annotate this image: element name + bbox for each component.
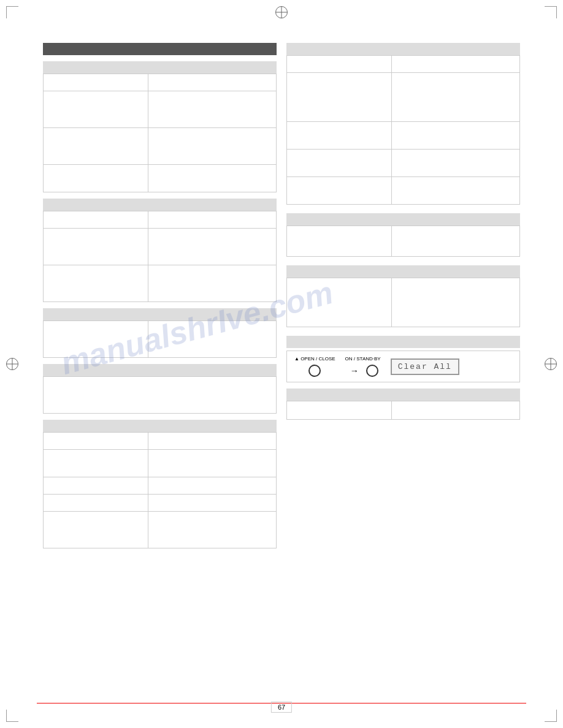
table-cell xyxy=(392,122,520,150)
table-cell xyxy=(44,495,148,512)
left-column xyxy=(43,43,277,555)
rsection1-table xyxy=(286,55,520,205)
section3-header xyxy=(43,308,277,320)
table-row xyxy=(44,211,277,229)
table-cell xyxy=(392,226,520,257)
open-close-label: ▲ OPEN / CLOSE xyxy=(294,356,335,362)
on-standby-label: ON / STAND·BY xyxy=(345,356,381,362)
rsection5-table xyxy=(286,401,520,420)
table-row xyxy=(287,401,520,420)
table-cell xyxy=(44,477,148,495)
table-cell xyxy=(148,211,277,229)
table-cell xyxy=(44,229,148,265)
table-cell xyxy=(44,433,148,450)
rsection2-table xyxy=(286,226,520,257)
table-cell xyxy=(44,265,148,302)
table-cell xyxy=(44,128,148,165)
table-cell xyxy=(148,128,277,165)
table-cell xyxy=(287,56,392,73)
table-cell xyxy=(287,122,392,150)
table-cell xyxy=(44,512,148,548)
table-row xyxy=(44,321,277,358)
table-row xyxy=(44,128,277,165)
table-cell xyxy=(392,56,520,73)
table-cell xyxy=(44,165,148,192)
table-cell xyxy=(44,211,148,229)
section5-header xyxy=(43,420,277,432)
corner-mark-tl xyxy=(6,6,18,18)
table-row xyxy=(287,73,520,122)
table-cell xyxy=(392,150,520,177)
table-row xyxy=(44,450,277,477)
table-cell xyxy=(392,73,520,122)
section4-header xyxy=(43,364,277,376)
table-cell xyxy=(392,177,520,205)
table-cell xyxy=(148,433,277,450)
table-cell xyxy=(287,150,392,177)
table-row xyxy=(44,433,277,450)
table-row xyxy=(287,150,520,177)
section3-table xyxy=(43,320,277,358)
section4-table xyxy=(43,376,277,414)
clear-all-diagram: ▲ OPEN / CLOSE ON / STAND·BY → Clear All xyxy=(286,351,520,382)
table-cell xyxy=(148,91,277,128)
open-close-group: ▲ OPEN / CLOSE xyxy=(294,356,335,377)
table-cell xyxy=(392,278,520,327)
table-cell xyxy=(148,450,277,477)
table-cell xyxy=(44,450,148,477)
table-cell xyxy=(148,265,277,302)
main-layout: ▲ OPEN / CLOSE ON / STAND·BY → Clear All xyxy=(6,43,557,555)
clear-all-display: Clear All xyxy=(391,358,459,375)
table-cell xyxy=(148,74,277,91)
table-cell xyxy=(287,278,392,327)
on-standby-button-icon xyxy=(366,365,378,377)
section1-header xyxy=(43,61,277,74)
table-cell xyxy=(44,74,148,91)
table-cell xyxy=(287,401,392,420)
table-cell xyxy=(44,377,277,414)
corner-mark-br xyxy=(545,710,557,722)
table-row xyxy=(44,165,277,192)
table-cell xyxy=(148,165,277,192)
table-cell xyxy=(44,321,148,358)
section2-table xyxy=(43,211,277,302)
table-row xyxy=(287,278,520,327)
table-cell xyxy=(148,321,277,358)
corner-mark-tr xyxy=(545,6,557,18)
table-row xyxy=(44,477,277,495)
table-row xyxy=(287,56,520,73)
rsection1-header xyxy=(286,43,520,55)
table-cell xyxy=(148,495,277,512)
table-cell xyxy=(287,226,392,257)
crosshair-top xyxy=(275,6,288,18)
table-row xyxy=(287,177,520,205)
table-row xyxy=(44,74,277,91)
rsection4-header xyxy=(286,336,520,348)
table-row xyxy=(287,122,520,150)
table-cell xyxy=(148,512,277,548)
rsection5-header xyxy=(286,389,520,401)
open-close-button-icon xyxy=(308,365,321,377)
table-row xyxy=(44,495,277,512)
page-number: 67 xyxy=(271,702,292,713)
table-row xyxy=(44,512,277,548)
section2-header xyxy=(43,199,277,211)
main-section-header xyxy=(43,43,277,55)
table-cell xyxy=(148,229,277,265)
table-cell xyxy=(392,401,520,420)
arrow-button-row: → xyxy=(348,365,378,377)
page: manualshrIve.com xyxy=(0,0,563,728)
section5-table xyxy=(43,432,277,548)
arrow-icon: → xyxy=(350,366,359,376)
crosshair-left xyxy=(6,358,18,370)
table-cell xyxy=(287,177,392,205)
table-row xyxy=(287,226,520,257)
table-row xyxy=(44,265,277,302)
section1-table xyxy=(43,74,277,192)
table-cell xyxy=(287,73,392,122)
rsection3-header xyxy=(286,265,520,278)
table-cell xyxy=(44,91,148,128)
table-row xyxy=(44,377,277,414)
on-standby-group: ON / STAND·BY → xyxy=(345,356,381,377)
crosshair-right xyxy=(545,358,557,370)
